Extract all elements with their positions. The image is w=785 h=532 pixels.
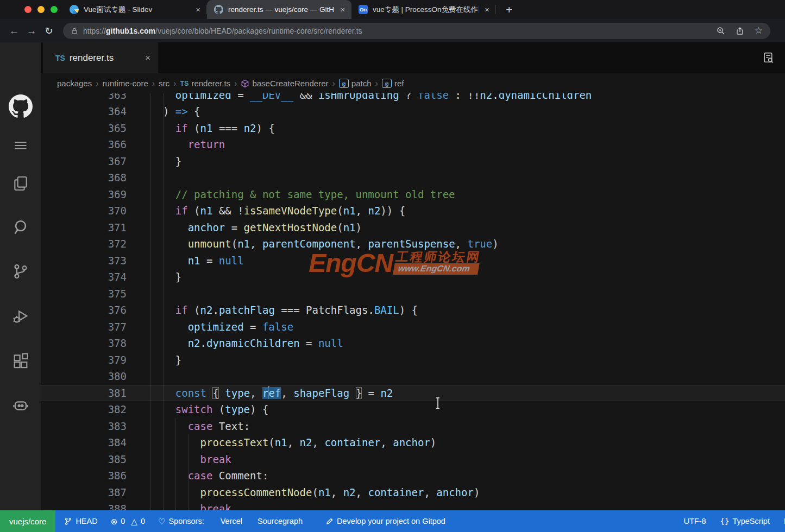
statusbar-remote-repo[interactable]: vuejs/core <box>0 510 55 532</box>
code-editor[interactable]: 363 optimized = __DEV__ && isHmrUpdating… <box>41 93 785 510</box>
code-text: if (n1 && !isSameVNodeType(n1, n2)) { <box>150 202 405 219</box>
code-line[interactable]: 384 processText(n1, n2, container, ancho… <box>41 434 785 451</box>
typescript-file-icon: TS <box>55 54 65 62</box>
statusbar-sponsor-link[interactable]: Sourcegraph <box>258 517 303 525</box>
code-line[interactable]: 369 // patching & not same type, unmount… <box>41 186 785 203</box>
breadcrumb-item[interactable]: @ref <box>382 79 404 88</box>
line-number: 380 <box>41 368 127 385</box>
breadcrumb-item[interactable]: runtime-core <box>103 79 148 88</box>
line-number: 373 <box>41 252 127 269</box>
close-icon[interactable]: × <box>339 5 346 14</box>
zoom-icon[interactable] <box>716 26 725 35</box>
code-text: if (n1 === n2) { <box>150 120 275 137</box>
line-number: 385 <box>41 451 127 468</box>
code-text: switch (type) { <box>150 401 268 418</box>
code-line[interactable]: 385 break <box>41 451 785 468</box>
breadcrumb-item[interactable]: @patch <box>339 79 372 88</box>
zoom-window-button[interactable] <box>51 6 58 13</box>
close-icon[interactable]: × <box>483 5 491 14</box>
code-line[interactable]: 383 case Text: <box>41 418 785 435</box>
statusbar-sponsors[interactable]: ♡ Sponsors: <box>158 517 204 525</box>
braces-icon: {} <box>720 517 730 525</box>
editor-tab-renderer-ts[interactable]: TS renderer.ts × <box>43 42 158 73</box>
minimize-window-button[interactable] <box>37 6 45 13</box>
code-line[interactable]: 387 processCommentNode(n1, n2, container… <box>41 484 785 501</box>
browser-tab[interactable]: Vue面试专题 - Slidev× <box>62 0 207 19</box>
code-line[interactable]: 386 case Comment: <box>41 467 785 484</box>
statusbar-sponsor-link[interactable]: Vercel <box>221 517 242 525</box>
breadcrumb-separator: › <box>375 79 378 88</box>
code-line[interactable]: 365 if (n1 === n2) { <box>41 120 785 137</box>
code-text: if (n2.patchFlag === PatchFlags.BAIL) { <box>150 302 418 319</box>
line-number: 367 <box>41 153 127 170</box>
address-bar[interactable]: https://github1s.com/vuejs/core/blob/HEA… <box>63 23 770 39</box>
browser-tab[interactable]: Onvue专题 | ProcessOn免费在线作图× <box>351 0 496 19</box>
code-line[interactable]: 377 optimized = false <box>41 319 785 335</box>
code-text: processCommentNode(n1, n2, container, an… <box>150 484 480 501</box>
line-number: 382 <box>41 401 127 418</box>
breadcrumb-item[interactable]: src <box>159 79 169 88</box>
line-number: 368 <box>41 169 127 186</box>
menu-icon[interactable] <box>0 138 41 153</box>
browser-tab[interactable]: renderer.ts — vuejs/core — GitHub1s× <box>207 0 351 19</box>
code-text: anchor = getNextHostNode(n1) <box>150 219 362 236</box>
code-line[interactable]: 388 break <box>41 501 785 510</box>
error-icon: ⊗ <box>111 517 118 525</box>
statusbar-gitpod[interactable]: Develop your project on Gitpod <box>325 517 445 525</box>
statusbar-branch[interactable]: HEAD <box>64 517 97 525</box>
pencil-icon <box>325 517 334 525</box>
statusbar-language[interactable]: {} TypeScript <box>720 517 770 525</box>
code-line[interactable]: 376 if (n2.patchFlag === PatchFlags.BAIL… <box>41 302 785 319</box>
code-line[interactable]: 379 } <box>41 352 785 369</box>
code-line[interactable]: 364 ) => { <box>41 103 785 120</box>
explorer-files-icon[interactable] <box>0 175 41 192</box>
back-icon[interactable]: ← <box>5 22 23 40</box>
run-debug-icon[interactable] <box>0 307 41 325</box>
code-line[interactable]: 381 const { type, ref, shapeFlag } = n2 <box>41 385 785 402</box>
source-control-icon[interactable] <box>0 262 41 281</box>
reload-icon[interactable]: ↻ <box>40 22 58 40</box>
github-logo-icon[interactable] <box>0 94 41 118</box>
code-line[interactable]: 367 } <box>41 153 785 170</box>
warning-icon: △ <box>131 517 137 525</box>
share-icon[interactable] <box>736 27 744 35</box>
code-line[interactable]: 382 switch (type) { <box>41 401 785 418</box>
code-line[interactable]: 363 optimized = __DEV__ && isHmrUpdating… <box>41 93 785 103</box>
extensions-icon[interactable] <box>0 352 41 370</box>
breadcrumb-item[interactable]: baseCreateRenderer <box>241 79 328 88</box>
code-line[interactable]: 380 <box>41 368 785 385</box>
statusbar-problems[interactable]: ⊗ 0 △ 0 <box>111 517 145 525</box>
code-text: ) => { <box>150 103 200 120</box>
code-text: } <box>150 153 181 170</box>
code-line[interactable]: 374 } <box>41 269 785 286</box>
breadcrumb-item[interactable]: TSrenderer.ts <box>180 79 230 88</box>
line-number: 363 <box>41 93 127 103</box>
breadcrumb-separator: › <box>152 79 155 88</box>
code-line[interactable]: 371 anchor = getNextHostNode(n1) <box>41 219 785 236</box>
search-icon[interactable] <box>0 218 41 237</box>
code-text: const { type, ref, shapeFlag } = n2 <box>150 385 393 402</box>
code-line[interactable]: 375 <box>41 286 785 302</box>
statusbar-encoding[interactable]: UTF-8 <box>683 517 706 525</box>
code-text: processText(n1, n2, container, anchor) <box>150 434 436 451</box>
code-line[interactable]: 372 unmount(n1, parentComponent, parentS… <box>41 236 785 252</box>
editor-tab-bar: TS renderer.ts × <box>41 42 785 73</box>
new-tab-button[interactable]: + <box>506 3 512 16</box>
breadcrumb-item[interactable]: packages <box>57 79 92 88</box>
close-window-button[interactable] <box>24 6 32 13</box>
close-icon[interactable]: × <box>145 53 150 64</box>
forward-icon[interactable]: → <box>23 22 40 40</box>
mouse-ibeam-cursor <box>435 397 441 409</box>
code-line[interactable]: 368 <box>41 169 785 186</box>
code-line[interactable]: 370 if (n1 && !isSameVNodeType(n1, n2)) … <box>41 202 785 219</box>
code-text: // patching & not same type, unmount old… <box>150 186 455 203</box>
bookmark-star-icon[interactable]: ☆ <box>755 25 763 36</box>
code-line[interactable]: 373 n1 = null <box>41 252 785 269</box>
code-line[interactable]: 378 n2.dynamicChildren = null <box>41 335 785 352</box>
robot-assistant-icon[interactable] <box>0 396 41 414</box>
close-icon[interactable]: × <box>194 5 202 14</box>
file-search-icon[interactable] <box>762 51 775 65</box>
code-line[interactable]: 366 return <box>41 136 785 153</box>
lock-icon <box>71 27 78 35</box>
line-number: 374 <box>41 269 127 286</box>
